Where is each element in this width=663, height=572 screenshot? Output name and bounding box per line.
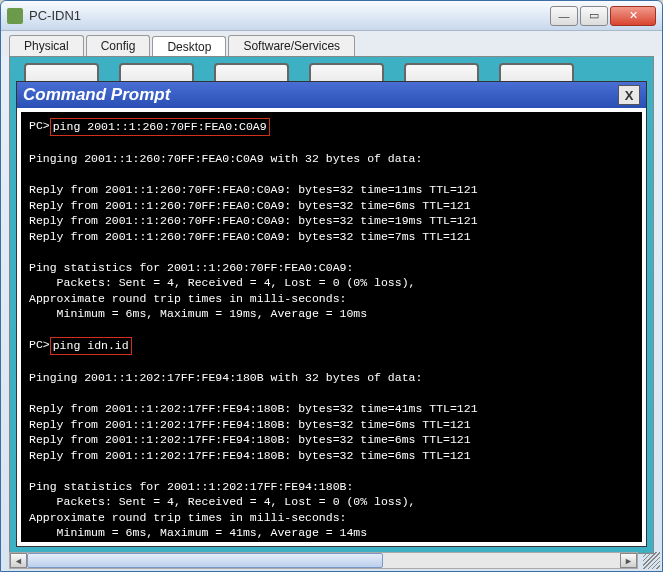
ping-minmax: Minimum = 6ms, Maximum = 19ms, Average =…	[29, 307, 367, 320]
terminal-output[interactable]: PC>ping 2001::1:260:70FF:FEA0:C0A9 Pingi…	[21, 112, 642, 542]
ping-header: Pinging 2001::1:260:70FF:FEA0:C0A9 with …	[29, 152, 422, 165]
minimize-button[interactable]: —	[550, 6, 578, 26]
titlebar[interactable]: PC-IDN1 — ▭ ✕	[1, 1, 662, 31]
window-title: PC-IDN1	[29, 8, 550, 23]
close-button[interactable]: ✕	[610, 6, 656, 26]
app-icon	[7, 8, 23, 24]
ping-reply: Reply from 2001::1:260:70FF:FEA0:C0A9: b…	[29, 183, 478, 196]
ping-stats-header: Ping statistics for 2001::1:260:70FF:FEA…	[29, 261, 353, 274]
tab-config[interactable]: Config	[86, 35, 151, 56]
ping-reply: Reply from 2001::1:202:17FF:FE94:180B: b…	[29, 402, 478, 415]
scroll-left-button[interactable]: ◄	[10, 553, 27, 568]
desktop-panel: Command Prompt X PC>ping 2001::1:260:70F…	[9, 56, 654, 554]
resize-grip-icon[interactable]	[643, 552, 660, 569]
ping-reply: Reply from 2001::1:202:17FF:FE94:180B: b…	[29, 418, 471, 431]
tab-desktop[interactable]: Desktop	[152, 36, 226, 57]
ping-stats-header: Ping statistics for 2001::1:202:17FF:FE9…	[29, 480, 353, 493]
tab-bar: Physical Config Desktop Software/Service…	[1, 31, 662, 56]
app-window: PC-IDN1 — ▭ ✕ Physical Config Desktop So…	[0, 0, 663, 572]
desktop-app-icon[interactable]	[119, 63, 194, 81]
desktop-app-icon[interactable]	[24, 63, 99, 81]
command-prompt-window: Command Prompt X PC>ping 2001::1:260:70F…	[16, 81, 647, 547]
window-controls: — ▭ ✕	[550, 6, 656, 26]
cmd-titlebar[interactable]: Command Prompt X	[17, 82, 646, 108]
scroll-track[interactable]	[27, 553, 620, 568]
prompt: PC>	[29, 119, 50, 132]
ping-minmax: Minimum = 6ms, Maximum = 41ms, Average =…	[29, 526, 367, 539]
desktop-app-icon[interactable]	[214, 63, 289, 81]
ping-reply: Reply from 2001::1:202:17FF:FE94:180B: b…	[29, 449, 471, 462]
desktop-app-icon[interactable]	[499, 63, 574, 81]
cmd-title: Command Prompt	[23, 85, 170, 105]
highlighted-command: ping 2001::1:260:70FF:FEA0:C0A9	[50, 118, 270, 136]
ping-packets: Packets: Sent = 4, Received = 4, Lost = …	[29, 495, 415, 508]
horizontal-scrollbar[interactable]: ◄ ►	[9, 552, 638, 569]
ping-reply: Reply from 2001::1:202:17FF:FE94:180B: b…	[29, 433, 471, 446]
ping-reply: Reply from 2001::1:260:70FF:FEA0:C0A9: b…	[29, 230, 471, 243]
tab-physical[interactable]: Physical	[9, 35, 84, 56]
ping-approx: Approximate round trip times in milli-se…	[29, 292, 346, 305]
scroll-thumb[interactable]	[27, 553, 383, 568]
highlighted-command: ping idn.id	[50, 337, 132, 355]
desktop-app-icon[interactable]	[404, 63, 479, 81]
prompt: PC>	[29, 338, 50, 351]
cmd-close-button[interactable]: X	[618, 85, 640, 105]
scroll-right-button[interactable]: ►	[620, 553, 637, 568]
ping-header: Pinging 2001::1:202:17FF:FE94:180B with …	[29, 371, 422, 384]
ping-reply: Reply from 2001::1:260:70FF:FEA0:C0A9: b…	[29, 199, 471, 212]
ping-packets: Packets: Sent = 4, Received = 4, Lost = …	[29, 276, 415, 289]
maximize-button[interactable]: ▭	[580, 6, 608, 26]
ping-approx: Approximate round trip times in milli-se…	[29, 511, 346, 524]
desktop-icons	[14, 61, 649, 81]
tab-software[interactable]: Software/Services	[228, 35, 355, 56]
desktop-app-icon[interactable]	[309, 63, 384, 81]
ping-reply: Reply from 2001::1:260:70FF:FEA0:C0A9: b…	[29, 214, 478, 227]
